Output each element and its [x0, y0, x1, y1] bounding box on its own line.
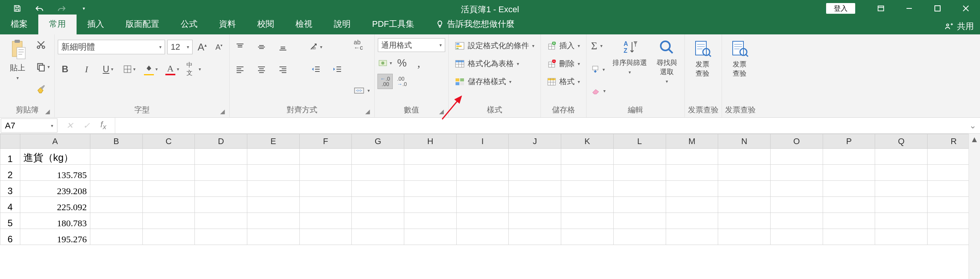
cell[interactable] — [404, 213, 457, 229]
cell[interactable] — [456, 197, 509, 213]
cell[interactable] — [823, 149, 875, 165]
increase-indent-button[interactable] — [330, 62, 345, 76]
maximize-button[interactable] — [923, 0, 952, 17]
format-as-table-button[interactable]: 格式化為表格▾ — [452, 57, 522, 70]
font-size-combobox[interactable]: 12▾ — [167, 40, 193, 54]
row-header-5[interactable]: 5 — [0, 213, 20, 229]
invoice-check-2-button[interactable]: 发票 查验 — [725, 37, 754, 80]
cell[interactable] — [771, 181, 823, 197]
cell[interactable] — [299, 165, 352, 181]
cell[interactable] — [509, 149, 561, 165]
align-bottom-button[interactable] — [276, 40, 290, 54]
cell[interactable] — [352, 197, 404, 213]
orientation-button[interactable]: ab — [309, 40, 323, 54]
delete-cells-button[interactable]: 刪除▾ — [544, 57, 583, 70]
cell[interactable] — [823, 197, 875, 213]
align-right-button[interactable] — [276, 62, 290, 76]
cell[interactable] — [613, 165, 666, 181]
dialog-launcher-icon[interactable]: ◢ — [439, 108, 444, 115]
tab-data[interactable]: 資料 — [208, 15, 247, 34]
cell[interactable] — [299, 181, 352, 197]
cell[interactable] — [352, 181, 404, 197]
cut-button[interactable] — [34, 38, 51, 51]
dialog-launcher-icon[interactable]: ◢ — [220, 108, 225, 115]
cell[interactable] — [875, 165, 928, 181]
cancel-formula-button[interactable]: ✕ — [62, 120, 77, 132]
sort-filter-button[interactable]: AZ 排序與篩選▾ — [609, 37, 650, 77]
cell-A4[interactable]: 225.092 — [20, 197, 90, 213]
cell[interactable] — [90, 149, 142, 165]
align-top-button[interactable] — [233, 40, 247, 54]
font-color-button[interactable]: A — [165, 62, 180, 76]
cell[interactable] — [666, 149, 718, 165]
cell[interactable] — [561, 229, 614, 245]
cell-styles-button[interactable]: 儲存格樣式▾ — [452, 75, 514, 88]
align-left-button[interactable] — [233, 62, 247, 76]
cell[interactable] — [247, 229, 299, 245]
minimize-button[interactable] — [895, 0, 923, 17]
cell[interactable] — [666, 229, 718, 245]
col-header-G[interactable]: G — [352, 134, 404, 149]
cell[interactable] — [404, 165, 457, 181]
cell[interactable] — [247, 165, 299, 181]
cell[interactable] — [718, 149, 771, 165]
conditional-format-button[interactable]: 設定格式化的條件▾ — [452, 39, 537, 52]
cell[interactable] — [666, 181, 718, 197]
cell[interactable] — [718, 229, 771, 245]
cell[interactable] — [404, 197, 457, 213]
cell-A5[interactable]: 180.783 — [20, 213, 90, 229]
cell[interactable] — [509, 165, 561, 181]
row-header-4[interactable]: 4 — [0, 197, 20, 213]
tab-home[interactable]: 常用 — [38, 15, 77, 34]
vertical-scrollbar[interactable]: ▲ — [969, 134, 980, 279]
cell[interactable] — [823, 213, 875, 229]
cell[interactable] — [875, 181, 928, 197]
col-header-C[interactable]: C — [142, 134, 195, 149]
qat-customize[interactable]: ▾ — [74, 2, 94, 15]
insert-function-button[interactable]: fx — [96, 120, 111, 132]
align-center-button[interactable] — [254, 62, 269, 76]
cell[interactable] — [90, 181, 142, 197]
cell[interactable] — [299, 197, 352, 213]
cell[interactable] — [247, 181, 299, 197]
cell[interactable] — [247, 197, 299, 213]
select-all-corner[interactable] — [0, 134, 20, 149]
autosum-button[interactable]: Σ — [590, 38, 607, 54]
cell[interactable] — [561, 165, 614, 181]
wrap-text-button[interactable]: ab←c — [352, 38, 371, 52]
tab-view[interactable]: 檢視 — [285, 15, 323, 34]
cell[interactable] — [456, 229, 509, 245]
col-header-P[interactable]: P — [823, 134, 875, 149]
col-header-E[interactable]: E — [247, 134, 299, 149]
expand-formula-bar[interactable]: ⌄ — [969, 121, 976, 131]
cell[interactable] — [613, 149, 666, 165]
clear-button[interactable] — [590, 86, 607, 96]
cell[interactable] — [299, 213, 352, 229]
cell[interactable] — [456, 165, 509, 181]
cell[interactable] — [875, 213, 928, 229]
dialog-launcher-icon[interactable]: ◢ — [365, 108, 370, 115]
cell[interactable] — [142, 165, 195, 181]
percent-button[interactable]: % — [395, 56, 409, 70]
col-header-F[interactable]: F — [299, 134, 352, 149]
tell-me-search[interactable]: 告訴我您想做什麼 — [425, 15, 525, 34]
font-family-combobox[interactable]: 新細明體▾ — [58, 40, 165, 54]
cell[interactable] — [404, 229, 457, 245]
col-header-N[interactable]: N — [718, 134, 771, 149]
cell[interactable] — [875, 149, 928, 165]
cell[interactable] — [352, 165, 404, 181]
cell[interactable] — [142, 197, 195, 213]
cell[interactable] — [195, 181, 247, 197]
cell[interactable] — [771, 197, 823, 213]
ribbon-display-options[interactable] — [867, 0, 895, 17]
cell[interactable] — [561, 213, 614, 229]
find-select-button[interactable]: 尋找與 選取▾ — [652, 37, 681, 86]
cell[interactable] — [613, 181, 666, 197]
cell[interactable] — [771, 229, 823, 245]
comma-button[interactable]: , — [412, 56, 426, 70]
cell[interactable] — [718, 165, 771, 181]
cell[interactable] — [718, 213, 771, 229]
cell-A1[interactable]: 進貨（kg） — [20, 149, 90, 165]
cell[interactable] — [404, 149, 457, 165]
cell[interactable] — [195, 165, 247, 181]
